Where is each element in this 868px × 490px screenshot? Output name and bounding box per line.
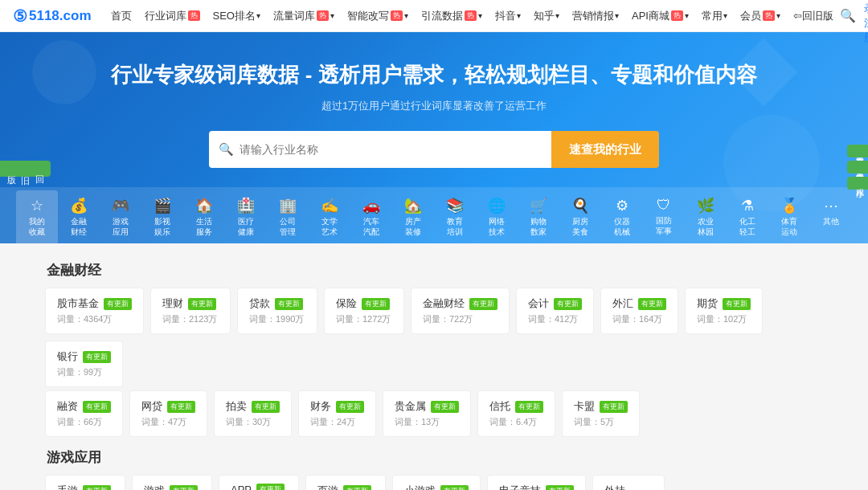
card-esports[interactable]: 电子竞技 有更新 词量：75万 — [487, 475, 586, 490]
card-cheat[interactable]: 外挂 词量：2万 — [592, 475, 665, 490]
nav-item-marketing[interactable]: 营销情报 ▾ — [566, 0, 625, 32]
nav-item-old[interactable]: ⇦回旧版 — [787, 0, 840, 32]
life-icon: 🏠 — [195, 197, 213, 214]
card-mobile-game[interactable]: 手游 有更新 词量：6.84亿 — [45, 475, 125, 490]
cat-item-finance[interactable]: 💰 金融财经 — [58, 190, 100, 243]
card-netloan[interactable]: 网贷 有更新 词量：47万 — [129, 390, 207, 437]
nav-item-traffic[interactable]: 引流数据热▾ — [415, 0, 489, 32]
search-icon[interactable]: 🔍 — [840, 8, 856, 23]
cat-item-life[interactable]: 🏠 生活服务 — [183, 190, 225, 243]
cat-item-medical[interactable]: 🏥 医疗健康 — [225, 190, 267, 243]
sidebar-video[interactable]: 官方视频号 — [847, 161, 868, 174]
card-grid-finance-row2: 融资 有更新 词量：66万 网贷 有更新 词量：47万 拍卖 有更新 词量：30… — [45, 390, 823, 437]
cat-label: 体育运动 — [781, 216, 797, 237]
section-finance: 金融财经 股市基金 有更新 词量：4364万 理财 有更新 词量：2123万 贷… — [45, 261, 823, 437]
cat-item-literature[interactable]: ✍ 文学艺术 — [309, 190, 350, 243]
update-badge: 有更新 — [170, 485, 198, 491]
card-cardalliance[interactable]: 卡盟 有更新 词量：5万 — [562, 390, 640, 437]
cat-item-agri[interactable]: 🌿 农业林园 — [685, 190, 727, 243]
sidebar-left-tab[interactable]: 回旧版 — [0, 161, 51, 177]
card-financial[interactable]: 金融财经 有更新 词量：722万 — [411, 288, 510, 334]
search-button[interactable]: 速查我的行业 — [551, 131, 659, 168]
other-icon: ⋯ — [824, 197, 838, 214]
card-name: 股市基金 — [57, 296, 99, 311]
film-icon: 🎬 — [154, 197, 171, 214]
hot-badge5: 热 — [671, 10, 683, 22]
card-finance2[interactable]: 理财 有更新 词量：2123万 — [150, 288, 231, 334]
card-game[interactable]: 游戏 有更新 词量：2.70亿 — [132, 475, 212, 490]
card-bank[interactable]: 银行 有更新 词量：99万 — [45, 341, 123, 387]
card-count: 词量：5万 — [574, 416, 628, 428]
cat-item-favorites[interactable]: ☆ 我的收藏 — [16, 190, 58, 243]
card-futures[interactable]: 期货 有更新 词量：102万 — [685, 288, 763, 334]
cat-item-machine[interactable]: ⚙ 仪器机械 — [601, 190, 643, 243]
nav-item-member[interactable]: 会员热▾ — [734, 0, 787, 32]
cat-item-defense[interactable]: 🛡 国防军事 — [643, 190, 685, 243]
cat-item-kitchen[interactable]: 🍳 厨房美食 — [559, 190, 601, 243]
nav-item-zhihu[interactable]: 知乎 ▾ — [527, 0, 566, 32]
cat-label: 游戏应用 — [113, 216, 129, 237]
card-count: 词量：1272万 — [336, 313, 392, 325]
login-button[interactable]: 登录/注册 — [864, 0, 868, 45]
card-finance-mgmt[interactable]: 财务 有更新 词量：24万 — [298, 390, 376, 437]
cat-item-film[interactable]: 🎬 影视娱乐 — [141, 190, 183, 243]
sidebar-service[interactable]: 客服微信 — [847, 145, 868, 157]
cat-item-realestate[interactable]: 🏡 房产装修 — [392, 190, 434, 243]
nav-item-industry[interactable]: 行业词库热 — [138, 0, 207, 32]
card-venture[interactable]: 融资 有更新 词量：66万 — [45, 390, 123, 437]
card-insurance[interactable]: 保险 有更新 词量：1272万 — [324, 288, 404, 334]
main-nav: ⑤ 5118.com 首页 行业词库热 SEO排名 ▾ 流量词库热▾ 智能改写热… — [0, 0, 868, 32]
hero-search-bar: 🔍 速查我的行业 — [209, 131, 659, 168]
cat-label: 我的收藏 — [29, 216, 45, 237]
card-name: 拍卖 — [226, 399, 247, 414]
update-badge: 有更新 — [256, 484, 285, 490]
cat-item-auto[interactable]: 🚗 汽车汽配 — [350, 190, 392, 243]
update-badge: 有更新 — [83, 485, 111, 491]
search-input[interactable] — [209, 131, 551, 168]
sidebar-miniapp[interactable]: 小程序 — [847, 177, 868, 190]
card-stock[interactable]: 股市基金 有更新 词量：4364万 — [45, 288, 144, 334]
nav-item-api[interactable]: API商城热▾ — [625, 0, 695, 32]
cat-item-edu[interactable]: 📚 教育培训 — [434, 190, 476, 243]
cat-label: 金融财经 — [71, 216, 87, 237]
favorites-icon: ☆ — [31, 197, 43, 214]
edu-icon: 📚 — [446, 197, 464, 214]
nav-item-douyin[interactable]: 抖音 ▾ — [489, 0, 527, 32]
update-badge: 有更新 — [469, 298, 497, 310]
update-badge: 有更新 — [431, 401, 459, 413]
nav-item-flow[interactable]: 流量词库热▾ — [267, 0, 341, 32]
cat-item-shop[interactable]: 🛒 购物数家 — [518, 190, 559, 243]
nav-item-home[interactable]: 首页 — [104, 0, 138, 32]
cat-item-network[interactable]: 🌐 网络技术 — [476, 190, 518, 243]
hero-subtitle: 超过1万位用户通过行业词库显著改善了运营工作 — [16, 99, 852, 113]
card-app[interactable]: APP 有更新 词量：1.73亿 — [219, 475, 299, 490]
card-accounting[interactable]: 会计 有更新 词量：412万 — [516, 288, 594, 334]
nav-item-ai[interactable]: 智能改写热▾ — [341, 0, 415, 32]
company-icon: 🏢 — [279, 197, 297, 214]
nav-item-seo[interactable]: SEO排名 ▾ — [207, 0, 267, 32]
card-count: 词量：722万 — [423, 313, 497, 325]
hot-badge: 热 — [188, 10, 200, 22]
card-loan[interactable]: 贷款 有更新 词量：1990万 — [237, 288, 317, 334]
card-trust[interactable]: 信托 有更新 词量：6.4万 — [477, 390, 555, 437]
cat-item-other[interactable]: ⋯ 其他 — [810, 190, 852, 243]
cat-item-game[interactable]: 🎮 游戏应用 — [100, 190, 141, 243]
cat-item-company[interactable]: 🏢 公司管理 — [267, 190, 309, 243]
sidebar-left[interactable]: 回旧版 — [0, 161, 51, 177]
cat-label: 文学艺术 — [321, 216, 338, 237]
defense-icon: 🛡 — [657, 197, 671, 214]
card-precious[interactable]: 贵金属 有更新 词量：13万 — [383, 390, 471, 437]
logo[interactable]: ⑤ 5118.com — [13, 6, 92, 26]
card-count: 词量：4364万 — [57, 313, 132, 325]
cat-label: 国防军事 — [656, 215, 672, 236]
section-game: 游戏应用 手游 有更新 词量：6.84亿 游戏 有更新 词量：2.70亿 APP — [45, 448, 823, 490]
card-web-game[interactable]: 页游 有更新 词量：524万 — [305, 475, 386, 490]
card-name: 金融财经 — [423, 296, 465, 311]
realestate-icon: 🏡 — [404, 197, 422, 214]
card-forex[interactable]: 外汇 有更新 词量：164万 — [600, 288, 678, 334]
card-auction[interactable]: 拍卖 有更新 词量：30万 — [214, 390, 292, 437]
card-count: 词量：164万 — [612, 313, 666, 325]
card-mini-game[interactable]: 小游戏 有更新 词量：457万 — [392, 475, 481, 490]
nav-item-common[interactable]: 常用 ▾ — [695, 0, 734, 32]
nav-right: 🔍 登录/注册 — [840, 0, 868, 45]
